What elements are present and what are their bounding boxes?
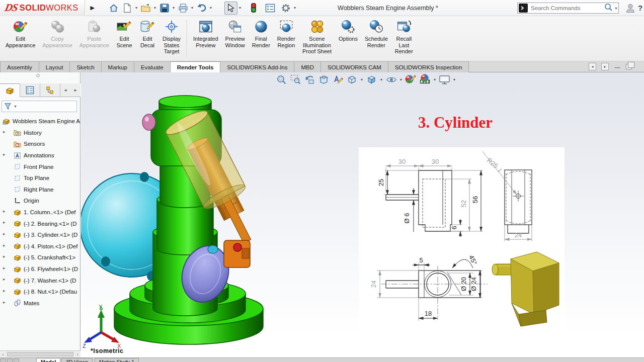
model-tabs-scroll-button[interactable] <box>7 358 13 362</box>
view-settings-button[interactable] <box>438 73 451 85</box>
tree-item-top-plane[interactable]: Top Plane <box>0 172 80 184</box>
minimize-button[interactable]: — <box>614 63 621 70</box>
final-render-button[interactable]: Final Render <box>249 18 274 59</box>
tree-item-crankshaft[interactable]: ▸ (-) 5. Crankshaft<1> <box>0 252 80 263</box>
tab-solidworks-cam[interactable]: SOLIDWORKS CAM <box>321 61 388 72</box>
previous-window-button[interactable]: ◂ <box>589 63 596 70</box>
tree-item-piston[interactable]: ▸ (-) 4. Piston.<1> (Def <box>0 241 80 252</box>
expand-arrow-icon[interactable]: ▸ <box>3 254 6 259</box>
tree-item-mates[interactable]: ▸ Mates <box>0 298 80 309</box>
options-dropdown[interactable]: ▾ <box>293 6 297 10</box>
view-settings-dropdown[interactable]: ▾ <box>452 77 456 82</box>
expand-arrow-icon[interactable]: ▸ <box>3 231 6 236</box>
print-dropdown[interactable]: ▾ <box>190 6 195 10</box>
save-dropdown[interactable]: ▾ <box>172 6 176 10</box>
select-tool-dropdown[interactable]: ▾ <box>238 6 243 10</box>
configuration-manager-tab[interactable] <box>40 83 60 97</box>
expand-arrow-icon[interactable]: ▸ <box>3 129 6 134</box>
hide-show-items-dropdown[interactable]: ▾ <box>399 77 403 82</box>
interference-check-button[interactable] <box>247 2 260 15</box>
panel-tabs-left-icon[interactable]: ◂ <box>64 87 67 93</box>
expand-arrow-icon[interactable]: ▸ <box>3 265 6 270</box>
new-document-button[interactable] <box>121 2 134 15</box>
options-button[interactable] <box>279 2 292 15</box>
tab-motion-study-1[interactable]: Motion Study 1 <box>95 358 139 362</box>
new-document-dropdown[interactable]: ▾ <box>134 6 139 10</box>
display-style-dropdown[interactable]: ▾ <box>379 77 383 82</box>
render-region-button[interactable]: Render Region <box>274 18 299 59</box>
tab-model[interactable]: Model <box>36 358 60 362</box>
undo-dropdown[interactable]: ▾ <box>209 6 213 10</box>
schedule-render-button[interactable]: Schedule Render <box>361 18 391 59</box>
tab-layout[interactable]: Layout <box>39 61 70 72</box>
graphics-viewport[interactable]: ▾ ▾ ▾ ▾ ▾ <box>81 72 644 357</box>
model-tabs-scroll-button[interactable] <box>14 358 19 362</box>
scroll-right-icon[interactable]: › <box>74 351 80 357</box>
tree-item-right-plane[interactable]: Right Plane <box>0 184 80 196</box>
tree-item-nut[interactable]: ▸ (-) 8. Nut.<1> (Defau <box>0 286 80 298</box>
panel-tab-scroll[interactable]: ◂ ▸ <box>60 83 80 97</box>
search-commands-box[interactable]: ▾ <box>517 3 619 14</box>
scene-illumination-proof-sheet-button[interactable]: Scene Illumination Proof Sheet <box>299 18 335 59</box>
open-dropdown[interactable]: ▾ <box>153 6 157 10</box>
model-tabs-scroll-button[interactable] <box>1 358 6 362</box>
tree-item-assembly-root[interactable]: Wobblers Steam Engine A <box>0 116 80 127</box>
tree-item-flywheel[interactable]: ▸ (-) 6. Flywheel<1> (D <box>0 263 80 275</box>
select-tool-button[interactable] <box>224 2 237 15</box>
display-style-button[interactable] <box>365 73 378 85</box>
expand-arrow-icon[interactable]: ▸ <box>3 209 6 214</box>
search-icon[interactable] <box>604 3 613 14</box>
tree-item-origin[interactable]: Origin <box>0 195 80 207</box>
display-pane-button[interactable] <box>264 2 277 15</box>
expand-arrow-icon[interactable]: ▸ <box>3 152 6 157</box>
undo-button[interactable] <box>195 2 208 15</box>
property-manager-tab[interactable] <box>20 83 40 97</box>
expand-arrow-icon[interactable]: ▸ <box>3 243 6 248</box>
integrated-preview-button[interactable]: Integrated Preview <box>190 18 222 59</box>
tree-item-sensors[interactable]: Sensors <box>0 138 80 150</box>
3d-steam-engine-model[interactable] <box>81 72 363 357</box>
filter-dropdown[interactable]: ▾ <box>13 104 18 109</box>
edit-appearance-button[interactable]: Edit Appearance <box>2 18 39 59</box>
scroll-left-icon[interactable]: ‹ <box>0 351 6 357</box>
panel-splitter-handle[interactable] <box>36 74 40 77</box>
expand-arrow-icon[interactable]: ▸ <box>3 220 6 225</box>
logo-flyout-arrow[interactable]: ▶ <box>87 2 98 15</box>
login-button[interactable] <box>625 3 635 15</box>
feature-manager-tab[interactable] <box>0 83 20 97</box>
home-button[interactable] <box>107 2 120 15</box>
tree-item-history[interactable]: ▸ History <box>0 127 80 139</box>
tab-sketch[interactable]: Sketch <box>70 61 101 72</box>
display-states-target-button[interactable]: Display States Target <box>159 18 184 59</box>
panel-horizontal-scrollbar[interactable]: ‹ › <box>0 350 80 357</box>
expand-arrow-icon[interactable]: ▸ <box>3 300 6 305</box>
recall-last-render-button[interactable]: Recall Last Render <box>391 18 417 59</box>
tree-item-annotations[interactable]: ▸ Annotations <box>0 150 80 161</box>
apply-scene-button[interactable] <box>419 73 431 85</box>
next-window-button[interactable]: ▸ <box>601 63 609 70</box>
edit-decal-button[interactable]: Edit Decal <box>136 18 159 59</box>
hide-show-items-button[interactable] <box>385 73 397 85</box>
expand-arrow-icon[interactable]: ▸ <box>3 288 6 293</box>
search-input[interactable] <box>530 5 603 12</box>
search-dropdown[interactable]: ▾ <box>614 6 618 11</box>
tree-item-column[interactable]: ▸ 1. Column..<1> (Def <box>0 207 80 218</box>
tree-item-front-plane[interactable]: Front Plane <box>0 161 80 172</box>
tab-3d-views[interactable]: 3D Views <box>61 358 93 362</box>
tree-item-washer[interactable]: ▸ (-) 7. Washer.<1> (D <box>0 275 80 286</box>
panel-tabs-right-icon[interactable]: ▸ <box>74 87 77 93</box>
restore-window-button[interactable] <box>626 64 632 69</box>
scrollbar-thumb[interactable] <box>7 352 73 356</box>
edit-appearance-hud-button[interactable] <box>405 73 417 85</box>
open-button[interactable] <box>139 2 152 15</box>
tab-assembly[interactable]: Assembly <box>0 61 39 72</box>
tab-render-tools[interactable]: Render Tools <box>171 61 221 72</box>
edit-scene-button[interactable]: Edit Scene <box>113 18 136 59</box>
preview-window-button[interactable]: Preview Window <box>222 18 249 59</box>
tree-item-bearing[interactable]: ▸ (-) 2. Bearing.<1> (D <box>0 218 80 229</box>
tab-solidworks-add-ins[interactable]: SOLIDWORKS Add-Ins <box>220 61 294 72</box>
apply-scene-dropdown[interactable]: ▾ <box>433 77 437 82</box>
help-button[interactable]: ? <box>638 4 642 12</box>
save-button[interactable] <box>158 2 171 15</box>
tab-markup[interactable]: Markup <box>102 61 134 72</box>
